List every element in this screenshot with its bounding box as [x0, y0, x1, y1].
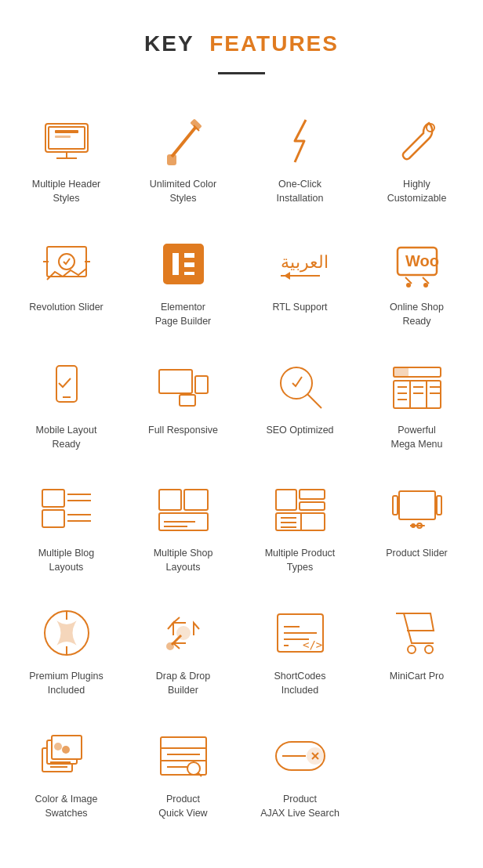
monitor-icon — [35, 114, 98, 168]
wrench-icon — [386, 114, 448, 168]
feature-label-shortcodes-included: ShortCodesIncluded — [274, 670, 325, 697]
cart-icon — [386, 606, 448, 660]
svg-rect-10 — [190, 118, 202, 131]
megamenu-icon — [386, 360, 448, 414]
svg-rect-59 — [300, 490, 325, 499]
svg-rect-6 — [55, 136, 71, 138]
feature-label-online-shop-ready: Online ShopReady — [390, 301, 444, 328]
page-header: KEY FEATURES — [0, 0, 483, 74]
svg-point-72 — [423, 525, 425, 526]
feature-elementor-page-builder: ElementorPage Builder — [125, 221, 242, 344]
svg-line-25 — [405, 277, 412, 284]
feature-highly-customizable: HighlyCustomizable — [358, 98, 475, 221]
page-title: KEY FEATURES — [0, 0, 483, 72]
feature-label-multiple-product-types: Multiple ProductTypes — [265, 547, 336, 574]
feature-label-drag-drop-builder: Drap & DropBuilder — [156, 670, 210, 697]
feature-product-quick-view: ProductQuick View — [125, 713, 242, 836]
feature-mobile-layout-ready: Mobile LayoutReady — [8, 344, 125, 467]
feature-multiple-blog-layouts: Multiple BlogLayouts — [8, 467, 125, 590]
feature-label-product-ajax-live-search: ProductAJAX Live Search — [260, 793, 340, 820]
svg-point-84 — [425, 646, 433, 653]
feature-label-rtl-support: RTL Support — [272, 301, 327, 315]
svg-line-26 — [423, 277, 429, 284]
feature-full-responsive: Full Responsive — [125, 344, 242, 467]
svg-point-83 — [408, 646, 416, 653]
feature-label-product-quick-view: ProductQuick View — [158, 793, 207, 820]
svg-rect-60 — [300, 502, 325, 510]
svg-rect-17 — [172, 252, 180, 276]
svg-rect-37 — [394, 381, 441, 408]
feature-multiple-header-styles: Multiple HeaderStyles — [8, 98, 125, 221]
feature-powerful-mega-menu: PowerfulMega Menu — [358, 344, 475, 467]
feature-label-multiple-shop-layouts: Multiple ShopLayouts — [154, 547, 213, 574]
dragdrop-icon — [152, 606, 215, 660]
elementor-icon — [152, 237, 215, 291]
feature-online-shop-ready: Woo Online ShopReady — [358, 221, 475, 344]
shop-icon — [152, 483, 215, 537]
svg-point-70 — [411, 523, 416, 528]
svg-rect-58 — [276, 490, 296, 510]
feature-label-premium-plugins-included: Premium PluginsIncluded — [29, 670, 103, 697]
feature-label-color-image-swatches: Color & ImageSwatches — [35, 793, 98, 820]
slider2-icon — [386, 483, 448, 537]
feature-label-highly-customizable: HighlyCustomizable — [387, 178, 447, 205]
feature-label-unlimited-color-styles: Unlimited ColorStyles — [150, 178, 216, 205]
feature-label-one-click-installation: One-ClickInstallation — [277, 178, 324, 205]
svg-point-27 — [406, 283, 411, 288]
search-icon — [269, 729, 332, 783]
feature-rtl-support: العربية RTL Support — [242, 221, 358, 344]
feature-label-multiple-header-styles: Multiple HeaderStyles — [32, 178, 101, 205]
feature-label-revolution-slider: Revolution Slider — [29, 301, 104, 315]
svg-rect-32 — [195, 376, 208, 393]
svg-rect-67 — [393, 496, 398, 515]
feature-label-full-responsive: Full Responsive — [148, 424, 218, 438]
feature-shortcodes-included: </> ShortCodesIncluded — [242, 590, 358, 713]
feature-seo-optimized: SEO Optimized — [242, 344, 358, 467]
feature-multiple-shop-layouts: Multiple ShopLayouts — [125, 467, 242, 590]
feature-product-ajax-live-search: ProductAJAX Live Search — [242, 713, 358, 836]
svg-text:Woo: Woo — [405, 252, 439, 269]
svg-line-7 — [172, 128, 195, 157]
svg-rect-31 — [159, 370, 192, 393]
paint-icon — [152, 114, 215, 168]
svg-text:العربية: العربية — [281, 252, 328, 273]
svg-point-28 — [423, 283, 428, 288]
plugins-icon — [35, 606, 98, 660]
title-underline — [218, 72, 265, 74]
mobile-icon — [35, 360, 98, 414]
slider-icon — [35, 237, 98, 291]
svg-rect-33 — [180, 395, 195, 406]
svg-point-89 — [62, 746, 70, 754]
svg-rect-48 — [42, 510, 64, 527]
responsive-icon — [152, 360, 215, 414]
feature-label-mobile-layout-ready: Mobile LayoutReady — [36, 424, 97, 451]
feature-product-slider: Product Slider — [358, 467, 475, 590]
svg-rect-66 — [399, 491, 435, 519]
feature-color-image-swatches: Color & ImageSwatches — [8, 713, 125, 836]
feature-label-elementor-page-builder: ElementorPage Builder — [155, 301, 212, 328]
feature-label-minicart-pro: MiniCart Pro — [390, 670, 444, 684]
rtl-icon: العربية — [269, 237, 332, 291]
blog-icon — [35, 483, 98, 537]
features-grid: Multiple HeaderStyles Unlimited ColorSty… — [0, 98, 483, 836]
svg-rect-68 — [437, 496, 441, 515]
svg-rect-36 — [394, 367, 408, 377]
feature-label-powerful-mega-menu: PowerfulMega Menu — [390, 424, 442, 451]
svg-rect-18 — [183, 252, 195, 259]
feature-label-multiple-blog-layouts: Multiple BlogLayouts — [38, 547, 95, 574]
woo-icon: Woo — [386, 237, 448, 291]
svg-rect-5 — [55, 130, 78, 133]
svg-text:</>: </> — [303, 638, 322, 651]
svg-rect-53 — [159, 490, 181, 510]
feature-minicart-pro: MiniCart Pro — [358, 590, 475, 713]
feature-drag-drop-builder: Drap & DropBuilder — [125, 590, 242, 713]
feature-unlimited-color-styles: Unlimited ColorStyles — [125, 98, 242, 221]
svg-rect-19 — [183, 262, 195, 268]
feature-revolution-slider: Revolution Slider — [8, 221, 125, 344]
bolt-icon — [269, 114, 332, 168]
feature-label-seo-optimized: SEO Optimized — [266, 424, 333, 438]
feature-multiple-product-types: Multiple ProductTypes — [242, 467, 358, 590]
svg-rect-54 — [184, 490, 208, 510]
swatches-icon — [35, 729, 98, 783]
svg-rect-20 — [183, 271, 195, 276]
